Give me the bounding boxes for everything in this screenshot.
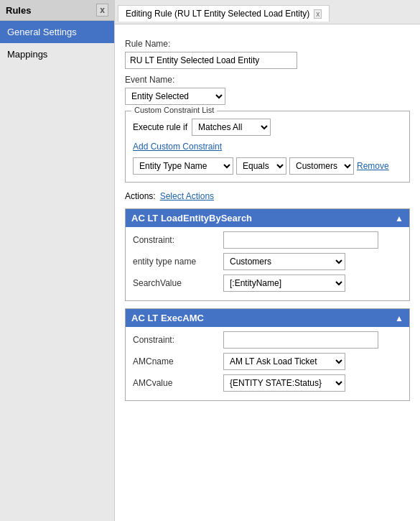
action-block-body-load-entity: Constraint: entity type name Customers S… xyxy=(126,227,409,300)
actions-label: Actions: xyxy=(125,191,156,201)
action-row-search-value: SearchValue [:EntityName] xyxy=(133,275,402,292)
tab-label: Editing Rule (RU LT Entity Selected Load… xyxy=(126,9,309,19)
action-block-title-load-entity: AC LT LoadEntityBySearch xyxy=(131,213,252,223)
content-area: Rule Name: Event Name: Entity Selected C… xyxy=(115,24,420,521)
constraint-field-select[interactable]: Entity Type Name xyxy=(133,157,233,175)
action-row-amc-name: AMCname AM LT Ask Load Ticket xyxy=(133,353,402,370)
action-label-constraint-1: Constraint: xyxy=(133,335,219,345)
action-input-constraint-1[interactable] xyxy=(223,331,378,349)
action-select-entity-type[interactable]: Customers xyxy=(223,253,345,270)
main-panel: Editing Rule (RU LT Entity Selected Load… xyxy=(115,0,420,521)
action-select-search-value[interactable]: [:EntityName] xyxy=(223,275,345,292)
add-custom-constraint-link[interactable]: Add Custom Constraint xyxy=(133,142,222,152)
collapse-arrow-exec-amc[interactable]: ▲ xyxy=(395,313,403,323)
action-block-title-exec-amc: AC LT ExecAMC xyxy=(131,313,204,323)
action-row-entity-type: entity type name Customers xyxy=(133,253,402,270)
action-block-header-load-entity: AC LT LoadEntityBySearch ▲ xyxy=(126,209,409,227)
action-label-constraint-0: Constraint: xyxy=(133,235,219,245)
tab-bar: Editing Rule (RU LT Entity Selected Load… xyxy=(115,0,420,24)
sidebar-item-general-settings[interactable]: General Settings xyxy=(0,21,114,43)
sidebar-close-button[interactable]: x xyxy=(96,4,108,17)
action-block-header-exec-amc: AC LT ExecAMC ▲ xyxy=(126,309,409,327)
action-label-amc-name: AMCname xyxy=(133,356,219,366)
event-name-select[interactable]: Entity Selected xyxy=(125,88,225,105)
action-block-body-exec-amc: Constraint: AMCname AM LT Ask Load Ticke… xyxy=(126,327,409,400)
execute-label: Execute rule if xyxy=(133,122,187,132)
constraint-operator-select[interactable]: Equals xyxy=(236,157,286,175)
constraint-box-legend: Custom Constraint List xyxy=(131,106,217,114)
action-row-amc-value: AMCvalue {ENTITY STATE:Status} xyxy=(133,374,402,392)
rule-name-input[interactable] xyxy=(125,52,297,69)
action-select-amc-name[interactable]: AM LT Ask Load Ticket xyxy=(223,353,345,370)
rule-name-label: Rule Name: xyxy=(125,39,410,49)
actions-row: Actions: Select Actions xyxy=(125,191,410,201)
action-block-load-entity: AC LT LoadEntityBySearch ▲ Constraint: e… xyxy=(125,208,410,301)
constraint-row: Entity Type Name Equals Customers Remove xyxy=(133,157,402,175)
editing-rule-tab[interactable]: Editing Rule (RU LT Entity Selected Load… xyxy=(118,5,330,22)
action-input-constraint-0[interactable] xyxy=(223,231,378,249)
execute-row: Execute rule if Matches All xyxy=(133,119,402,136)
sidebar-header: Rules x xyxy=(0,0,114,21)
action-row-constraint-0: Constraint: xyxy=(133,231,402,249)
collapse-arrow-load-entity[interactable]: ▲ xyxy=(395,213,403,223)
select-actions-link[interactable]: Select Actions xyxy=(160,191,214,201)
action-label-entity-type: entity type name xyxy=(133,257,219,267)
sidebar-item-mappings[interactable]: Mappings xyxy=(0,43,114,65)
sidebar-title: Rules xyxy=(6,5,31,16)
action-label-search-value: SearchValue xyxy=(133,278,219,288)
sidebar: Rules x General Settings Mappings xyxy=(0,0,115,521)
action-row-constraint-1: Constraint: xyxy=(133,331,402,349)
action-select-amc-value[interactable]: {ENTITY STATE:Status} xyxy=(223,374,345,392)
remove-constraint-link[interactable]: Remove xyxy=(357,161,389,171)
tab-close-button[interactable]: x xyxy=(314,9,322,19)
action-label-amc-value: AMCvalue xyxy=(133,378,219,388)
matches-all-select[interactable]: Matches All xyxy=(192,119,271,136)
action-block-exec-amc: AC LT ExecAMC ▲ Constraint: AMCname AM L… xyxy=(125,308,410,401)
event-name-label: Event Name: xyxy=(125,75,410,85)
constraint-value-select[interactable]: Customers xyxy=(289,157,354,175)
constraint-box: Custom Constraint List Execute rule if M… xyxy=(125,111,410,183)
